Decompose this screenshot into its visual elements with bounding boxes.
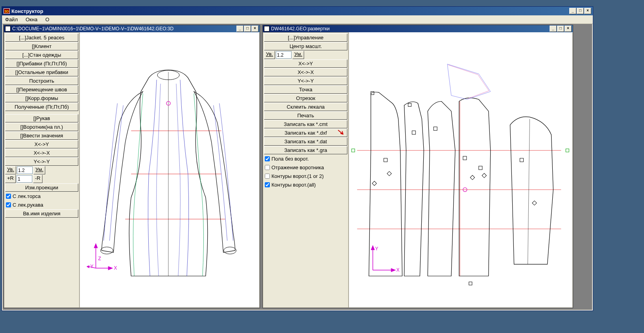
svg-marker-39 xyxy=(371,246,375,250)
btn-center-scale[interactable]: Центр масшт. xyxy=(264,42,347,50)
btn-name-product[interactable]: Вв.имя изделия xyxy=(5,209,78,218)
btn-xx[interactable]: X<->-X xyxy=(5,149,78,157)
btn-ost-pribavki[interactable]: []Остальные прибавки xyxy=(5,68,78,76)
chk-sleeve-label: С лек.рукава xyxy=(13,202,43,208)
svg-rect-30 xyxy=(520,158,524,162)
window-3d-title: C:\DOCUME~1\ADMIN\0016~1\DEMO-V~1\DEMO-V… xyxy=(12,26,173,31)
svg-rect-24 xyxy=(412,131,415,134)
menu-bar: Файл Окна О xyxy=(2,15,593,24)
chk-contour1-label: Контуры ворот.(1 or 2) xyxy=(271,173,324,179)
btn-glue[interactable]: Склеить лекала xyxy=(264,103,347,111)
btn-segment[interactable]: Отрезок xyxy=(264,94,347,102)
svg-text:X: X xyxy=(396,267,399,273)
chk-pola[interactable] xyxy=(265,156,270,161)
menu-windows[interactable]: Окна xyxy=(24,16,39,23)
btn-corr-forms[interactable]: []Корр.формы xyxy=(5,94,78,102)
btn-uv[interactable]: Ув. xyxy=(264,51,275,59)
menu-file[interactable]: Файл xyxy=(4,16,19,23)
menu-about[interactable]: О xyxy=(44,16,51,23)
btn-control[interactable]: [...]Управление xyxy=(264,33,347,42)
btn-yy[interactable]: Y<->-Y xyxy=(5,157,78,166)
svg-rect-34 xyxy=(469,282,472,285)
svg-text:X: X xyxy=(114,265,117,271)
chk-sleeve[interactable] xyxy=(6,202,11,207)
maximize-button[interactable]: □ xyxy=(577,8,584,14)
btn-uv[interactable]: Ув. xyxy=(5,166,16,174)
panel-3d: [...]Jacket. 5 peaces []Клиент [...]Стан… xyxy=(4,32,79,308)
svg-marker-11 xyxy=(94,244,98,248)
svg-text:◄Y: ◄Y xyxy=(86,264,94,269)
svg-marker-12 xyxy=(108,266,112,270)
btn-yy-2d[interactable]: Y<->-Y xyxy=(264,77,347,85)
svg-rect-21 xyxy=(384,158,388,162)
btn-xx-2d[interactable]: X<->-X xyxy=(264,68,347,76)
svg-text:Z: Z xyxy=(98,256,101,261)
btn-collar[interactable]: []Воротник(на пл.) xyxy=(5,123,78,131)
btn-save-cmt[interactable]: Записать как *.cmt xyxy=(264,120,347,128)
svg-rect-28 xyxy=(470,175,474,179)
minimize-button[interactable]: _ xyxy=(236,26,244,32)
btn-pribavki[interactable]: []Прибавки (Пг,Пт,Пб) xyxy=(5,59,78,68)
app-icon: 3D xyxy=(4,8,10,14)
window-2d-title: DW461642.GEO:развертки xyxy=(271,26,330,31)
mdi-area: C:\DOCUME~1\ADMIN\0016~1\DEMO-V~1\DEMO-V… xyxy=(3,24,592,310)
svg-rect-22 xyxy=(387,171,391,176)
document-icon xyxy=(264,26,269,31)
btn-print[interactable]: Печать xyxy=(264,111,347,120)
chk-pola-label: Пола без ворот. xyxy=(271,156,309,162)
svg-rect-32 xyxy=(408,103,411,106)
btn-save-gra[interactable]: Записать как *.gra xyxy=(264,146,347,154)
svg-rect-31 xyxy=(532,201,537,205)
app-window: 3D Конструктор _ □ × Файл Окна О C:\DOCU… xyxy=(2,6,593,311)
close-button[interactable]: × xyxy=(584,8,591,14)
document-icon xyxy=(5,26,11,31)
chk-reflect-label: Отражение воротника xyxy=(271,165,324,170)
btn-sleeve[interactable]: []Рукав xyxy=(5,114,78,122)
btn-received[interactable]: Полученные (Пг,Пт,Пб) xyxy=(5,103,78,111)
btn-xy-2d[interactable]: X<->Y xyxy=(264,59,347,68)
btn-projection[interactable]: Изм.проекции xyxy=(5,183,78,192)
btn-plus-r[interactable]: +R xyxy=(5,175,16,183)
input-uv-2d[interactable] xyxy=(276,51,292,59)
btn-point[interactable]: Точка xyxy=(264,85,347,94)
chk-contour-all-label: Контуры ворот.(all) xyxy=(271,182,316,188)
canvas-3d[interactable]: ◄Y X Z xyxy=(79,32,260,308)
btn-save-dat[interactable]: Записать как *.dat xyxy=(264,137,347,146)
app-titlebar[interactable]: 3D Конструктор _ □ × xyxy=(2,7,593,15)
btn-um[interactable]: Ум. xyxy=(33,166,45,174)
panel-2d: [...]Управление Центр масшт. Ув. Ум. X<-… xyxy=(263,32,349,308)
minimize-button[interactable]: _ xyxy=(550,26,557,32)
window-3d-titlebar[interactable]: C:\DOCUME~1\ADMIN\0016~1\DEMO-V~1\DEMO-V… xyxy=(4,25,260,32)
chk-contour1[interactable] xyxy=(265,174,270,179)
btn-xy[interactable]: X<->Y xyxy=(5,140,78,148)
minimize-button[interactable]: _ xyxy=(569,8,576,14)
maximize-button[interactable]: □ xyxy=(557,26,564,32)
btn-save-dxf[interactable]: Записать как *.dxf xyxy=(264,129,347,137)
btn-minus-r[interactable]: -R xyxy=(33,175,42,183)
svg-marker-40 xyxy=(391,268,395,272)
chk-contour-all[interactable] xyxy=(265,182,270,187)
btn-enter-values[interactable]: []Ввести значения xyxy=(5,131,78,140)
btn-save-dxf-label: Записать как *.dxf xyxy=(284,130,327,136)
svg-rect-26 xyxy=(463,156,467,160)
btn-um[interactable]: Ум. xyxy=(292,51,304,59)
input-uv[interactable] xyxy=(17,166,33,174)
annotation-arrow-icon xyxy=(338,130,346,137)
chk-reflect[interactable] xyxy=(265,165,270,170)
btn-client[interactable]: []Клиент xyxy=(5,42,78,50)
svg-rect-25 xyxy=(434,127,437,130)
close-button[interactable]: × xyxy=(565,26,572,32)
btn-build[interactable]: Построить xyxy=(5,77,78,85)
chk-torso-label: С лек.торса xyxy=(13,193,41,199)
close-button[interactable]: × xyxy=(251,26,258,32)
btn-stan[interactable]: [...]Стан одежды xyxy=(5,51,78,59)
btn-move-seams[interactable]: []Перемещение швов xyxy=(5,85,78,94)
input-r[interactable] xyxy=(17,175,32,183)
canvas-2d[interactable]: Y X xyxy=(349,32,573,308)
chk-torso[interactable] xyxy=(6,194,11,199)
maximize-button[interactable]: □ xyxy=(244,26,251,32)
window-2d-titlebar[interactable]: DW461642.GEO:развертки _ □ × xyxy=(263,25,573,32)
svg-rect-23 xyxy=(372,181,376,185)
app-title: Конструктор xyxy=(11,8,43,14)
btn-jacket[interactable]: [...]Jacket. 5 peaces xyxy=(5,33,78,42)
